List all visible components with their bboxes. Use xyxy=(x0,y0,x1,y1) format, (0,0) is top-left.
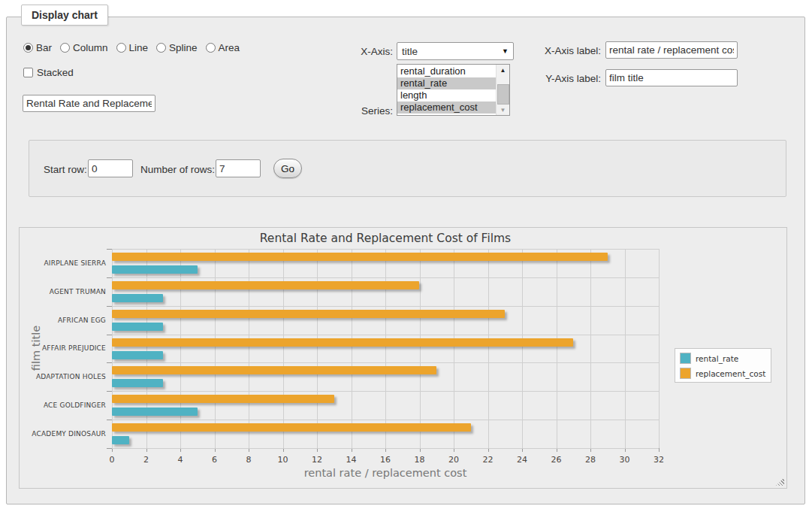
scroll-down-icon[interactable]: ▼ xyxy=(497,105,509,115)
bar-rental_rate-6 xyxy=(112,436,129,444)
stacked-checkbox[interactable] xyxy=(23,68,33,77)
tick-label-x-4: 4 xyxy=(169,455,192,465)
y-axis-label-label: Y-Axis label: xyxy=(505,73,601,84)
gridline-x-14 xyxy=(352,249,352,448)
tick-y-5 xyxy=(107,391,112,392)
tick-label-x-0: 0 xyxy=(101,455,123,465)
category-label: ACE GOLDFINGER xyxy=(20,391,106,420)
tick-label-x-10: 10 xyxy=(272,455,294,465)
x-axis-select-label: X-Axis: xyxy=(323,46,393,57)
bar-replacement_cost-3 xyxy=(112,338,573,347)
gridline-x-30 xyxy=(625,249,626,448)
series-option-rental_rate[interactable]: rental_rate xyxy=(397,77,496,89)
chart: Rental Rate and Replacement Cost of Film… xyxy=(19,227,787,489)
series-option-length[interactable]: length xyxy=(397,89,496,101)
scrollbar-thumb[interactable] xyxy=(497,84,509,105)
tick-y-0 xyxy=(107,249,112,250)
gridline-x-6 xyxy=(215,249,216,448)
series-option-replacement_cost[interactable]: replacement_cost xyxy=(397,101,496,114)
legend-item-rental_rate: rental_rate xyxy=(680,353,765,364)
stacked-checkbox-row[interactable]: Stacked xyxy=(23,66,74,78)
category-label: AGENT TRUMAN xyxy=(20,277,106,306)
gridline-y-3 xyxy=(112,335,659,335)
chart-type-radio-column[interactable]: Column xyxy=(60,42,108,53)
gridline-x-28 xyxy=(590,249,591,448)
tick-y-6 xyxy=(107,420,112,420)
gridline-y-4 xyxy=(112,362,659,363)
fieldset-legend: Display chart xyxy=(21,5,108,26)
chart-legend: rental_ratereplacement_cost xyxy=(675,348,771,383)
tick-label-x-2: 2 xyxy=(135,455,158,465)
category-label: AFRICAN EGG xyxy=(20,306,106,335)
gridline-x-18 xyxy=(420,249,421,448)
tick-y-2 xyxy=(107,306,112,307)
x-axis-select[interactable]: title ▼ xyxy=(397,42,514,60)
tick-y-7 xyxy=(107,448,112,449)
bar-rental_rate-1 xyxy=(112,294,163,302)
chart-type-radio-spline[interactable]: Spline xyxy=(156,42,198,53)
chart-type-radio-line[interactable]: Line xyxy=(116,42,149,53)
start-row-input[interactable] xyxy=(88,159,133,177)
chart-type-radio-group: BarColumnLineSplineArea xyxy=(23,41,248,54)
tick-label-x-16: 16 xyxy=(374,455,397,465)
gridline-x-20 xyxy=(454,249,454,448)
tick-label-x-26: 26 xyxy=(545,455,568,465)
tick-y-3 xyxy=(107,335,112,335)
bar-rental_rate-4 xyxy=(112,379,163,387)
gridline-x-16 xyxy=(385,249,386,448)
tick-label-x-18: 18 xyxy=(409,455,431,465)
chart-title: Rental Rate and Replacement Cost of Film… xyxy=(112,232,659,245)
bar-rental_rate-2 xyxy=(112,323,163,331)
gridline-y-0 xyxy=(112,249,659,250)
gridline-x-26 xyxy=(557,249,557,448)
go-button[interactable]: Go xyxy=(273,159,302,178)
radio-label: Bar xyxy=(36,42,52,53)
radio-label: Spline xyxy=(169,42,198,53)
tick-label-x-14: 14 xyxy=(340,455,363,465)
start-row-label: Start row: xyxy=(44,164,87,175)
gridline-y-7 xyxy=(112,448,659,449)
tick-y-4 xyxy=(107,362,112,363)
chart-type-radio-bar[interactable]: Bar xyxy=(23,42,52,53)
resize-handle-icon[interactable] xyxy=(776,477,784,486)
y-axis-label-input[interactable] xyxy=(605,69,738,86)
chart-title-input[interactable] xyxy=(23,95,155,112)
series-options: rental_durationrental_ratelengthreplacem… xyxy=(397,65,496,115)
legend-item-replacement_cost: replacement_cost xyxy=(680,368,765,379)
series-option-rental_duration[interactable]: rental_duration xyxy=(397,65,496,77)
gridline-x-10 xyxy=(283,249,284,448)
radio-icon[interactable] xyxy=(23,43,33,53)
legend-swatch xyxy=(680,368,691,379)
gridline-y-1 xyxy=(112,277,659,278)
gridline-x-0 xyxy=(112,249,113,448)
bar-replacement_cost-2 xyxy=(112,310,505,318)
gridline-y-2 xyxy=(112,306,659,307)
tick-label-x-24: 24 xyxy=(511,455,533,465)
radio-label: Line xyxy=(129,42,149,53)
gridline-x-12 xyxy=(317,249,318,448)
tick-label-x-8: 8 xyxy=(237,455,260,465)
num-rows-input[interactable] xyxy=(216,159,261,177)
chart-type-radio-area[interactable]: Area xyxy=(206,42,240,53)
category-label: ADAPTATION HOLES xyxy=(20,362,106,391)
series-multiselect[interactable]: rental_durationrental_ratelengthreplacem… xyxy=(397,64,510,116)
radio-icon[interactable] xyxy=(206,43,216,53)
tick-x-32 xyxy=(659,448,660,452)
gridline-x-2 xyxy=(146,249,147,448)
category-label: AFFAIR PREJUDICE xyxy=(20,335,106,363)
bar-rental_rate-5 xyxy=(112,407,198,416)
radio-icon[interactable] xyxy=(116,43,126,53)
radio-label: Column xyxy=(73,42,108,53)
radio-icon[interactable] xyxy=(156,43,166,53)
x-axis-label-label: X-Axis label: xyxy=(505,45,601,56)
x-axis-label-input[interactable] xyxy=(605,41,738,59)
series-select-label: Series: xyxy=(323,105,393,117)
bar-rental_rate-0 xyxy=(112,265,198,274)
radio-icon[interactable] xyxy=(60,43,70,53)
bar-replacement_cost-1 xyxy=(112,281,419,289)
gridline-x-32 xyxy=(659,249,660,448)
tick-label-x-28: 28 xyxy=(579,455,602,465)
tick-label-x-30: 30 xyxy=(614,455,636,465)
gridline-y-5 xyxy=(112,391,659,392)
category-label: ACADEMY DINOSAUR xyxy=(20,420,106,448)
